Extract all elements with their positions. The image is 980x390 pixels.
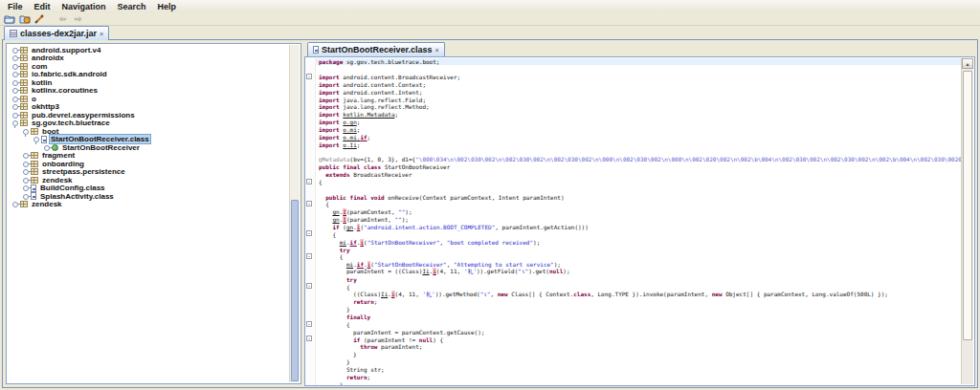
code-token-lnk[interactable]: kotlin.Metadata — [343, 111, 394, 118]
code-token-lnk[interactable]: Ii — [422, 268, 429, 274]
code-token-pl: (paramContext, — [346, 208, 398, 215]
tree-toggle-collapsed-icon[interactable] — [22, 161, 30, 167]
code-line: } — [305, 351, 962, 358]
tree-toggle-collapsed-icon[interactable] — [11, 63, 19, 70]
open-file-button[interactable] — [2, 13, 16, 25]
tree-item-buildconfig-class[interactable]: BuildConfig.class — [8, 184, 289, 193]
tree-toggle-expanded-icon[interactable] — [22, 128, 30, 135]
code-line: return; — [305, 298, 962, 306]
code-token-lnk[interactable]: o.mi — [343, 126, 356, 133]
fold-collapse-icon[interactable]: - — [306, 74, 312, 79]
code-token-pl — [319, 208, 332, 215]
code-token-kw: import — [319, 126, 340, 133]
code-token-kw: import — [319, 74, 340, 80]
back-button[interactable]: ⇦ — [56, 13, 70, 25]
editor-scrollbar-thumb[interactable] — [963, 71, 972, 340]
code-token-lnk[interactable]: o.Ii — [343, 141, 356, 148]
tree-toggle-collapsed-icon[interactable] — [11, 87, 19, 94]
tree-item-zendesk[interactable]: zendesk — [8, 176, 289, 184]
tree-item-android-support-v4[interactable]: android.support.v4 — [8, 46, 289, 54]
code-token-kw: return — [353, 298, 374, 305]
tree-item-androidx[interactable]: androidx — [8, 54, 289, 63]
editor-vertical-scrollbar[interactable]: ▲ — [961, 58, 973, 384]
tree-toggle-collapsed-icon[interactable] — [22, 184, 30, 191]
tree-toggle-collapsed-icon[interactable] — [22, 177, 30, 184]
tree-item-fragment[interactable]: fragment — [8, 152, 289, 161]
tree-toggle-collapsed-icon[interactable] — [11, 112, 19, 119]
code-token-lnk[interactable]: o.mi. — [343, 134, 360, 141]
forward-button[interactable]: ⇨ — [71, 13, 85, 25]
tab-startonbootreceiver-class[interactable]: StartOnBootReceiver.class × — [307, 42, 445, 56]
code-line: paramIntent = ((Class)Ii.i(4, 11, '礼')).… — [305, 269, 962, 276]
fold-gutter — [305, 96, 316, 103]
code-token-pl — [319, 343, 360, 350]
code-editor[interactable]: package sg.gov.tech.bluetrace.boot;-impo… — [304, 56, 975, 386]
menu-navigation[interactable]: Navigation — [56, 2, 112, 11]
code-token-lnk[interactable]: gn — [332, 216, 339, 223]
tree-toggle-collapsed-icon[interactable] — [11, 47, 19, 54]
tree-item-splashactivity-class[interactable]: SplashActivity.class — [8, 192, 289, 201]
tree-vertical-scrollbar[interactable] — [289, 45, 300, 382]
menu-help[interactable]: Help — [152, 2, 183, 11]
code-line: paramIntent = paramContext.getCause(); — [305, 328, 962, 336]
search-button[interactable] — [33, 13, 47, 25]
source-tabstrip: StartOnBootReceiver.class × — [304, 41, 975, 56]
open-type-button[interactable] — [17, 13, 32, 25]
menu-edit[interactable]: Edit — [29, 2, 56, 11]
menubar: FileEditNavigationSearchHelp — [0, 0, 980, 13]
tree-item-onboarding[interactable]: onboarding — [8, 160, 289, 168]
code-token-lnk[interactable]: o.gn — [343, 119, 356, 125]
fold-gutter — [305, 148, 316, 156]
tree-toggle-collapsed-icon[interactable] — [11, 54, 19, 61]
tree-toggle-collapsed-icon[interactable] — [11, 79, 19, 86]
tree-item-kotlinx-coroutines[interactable]: kotlinx.coroutines — [8, 87, 289, 96]
tree-item-startonbootreceiver[interactable]: StartOnBootReceiver — [8, 143, 289, 152]
fold-collapse-icon[interactable]: - — [306, 230, 312, 236]
fold-collapse-icon[interactable]: - — [306, 253, 312, 259]
code-token-lnk[interactable]: gn — [332, 208, 339, 215]
tree-toggle-collapsed-icon[interactable] — [22, 193, 30, 200]
tree-item-sg-gov-tech-bluetrace[interactable]: sg.gov.tech.bluetrace — [8, 119, 289, 128]
tree-scrollbar-thumb[interactable] — [291, 200, 299, 381]
tree-toggle-collapsed-icon[interactable] — [22, 168, 30, 175]
tree-item-pub-devrel-easypermissions[interactable]: pub.devrel.easypermissions — [8, 111, 289, 119]
fold-collapse-icon[interactable]: - — [306, 179, 312, 184]
code-token-pl — [319, 298, 353, 305]
fold-gutter — [305, 111, 316, 119]
menu-file[interactable]: File — [2, 2, 29, 11]
tree-item-startonbootreceiver-class[interactable]: StartOnBootReceiver.class — [8, 136, 289, 144]
fold-collapse-icon[interactable]: - — [306, 321, 312, 327]
tree-toggle-collapsed-icon[interactable] — [11, 103, 19, 110]
tree-item-zendesk[interactable]: zendesk — [8, 201, 289, 209]
menu-search[interactable]: Search — [112, 2, 152, 11]
code-token-lnk[interactable]: mi — [340, 239, 346, 246]
fold-collapse-icon[interactable]: - — [306, 201, 312, 206]
tree-toggle-collapsed-icon[interactable] — [11, 96, 19, 102]
tree-item-o[interactable]: o — [8, 95, 289, 103]
code-line-text: if (gn.i("android.intent.action.BOOT_COM… — [316, 224, 962, 230]
tree-toggle-collapsed-icon[interactable] — [11, 71, 19, 77]
tree-item-okhttp3[interactable]: okhttp3 — [8, 103, 289, 112]
code-token-klnk[interactable]: if — [350, 239, 357, 246]
close-icon[interactable]: × — [435, 47, 439, 54]
tab-classes-dex2jar[interactable]: classes-dex2jar.jar × — [4, 26, 109, 40]
fold-collapse-icon[interactable]: - — [306, 336, 312, 341]
fold-gutter — [305, 216, 316, 224]
tree-toggle-collapsed-icon[interactable] — [22, 152, 30, 159]
tree-toggle-collapsed-icon[interactable] — [43, 144, 51, 151]
code-token-pl: String str; — [319, 366, 385, 373]
code-token-pl: sg.gov.tech.bluetrace.boot; — [343, 58, 439, 65]
tree-item-streetpass-persistence[interactable]: streetpass.persistence — [8, 168, 289, 177]
tree-toggle-expanded-icon[interactable] — [33, 136, 40, 142]
scroll-up-icon[interactable]: ▲ — [962, 58, 973, 69]
tree-item-com[interactable]: com — [8, 62, 289, 71]
close-icon[interactable]: × — [100, 31, 103, 37]
code-line: - { — [305, 230, 962, 238]
tree-toggle-collapsed-icon[interactable] — [11, 201, 19, 207]
tree-item-io-fabric-sdk-android[interactable]: io.fabric.sdk.android — [8, 71, 289, 79]
tree-toggle-expanded-icon[interactable] — [11, 119, 19, 126]
fold-collapse-icon[interactable]: - — [306, 283, 312, 289]
package-icon — [20, 79, 28, 86]
code-token-klnk[interactable]: if — [360, 134, 367, 141]
tree-item-kotlin[interactable]: kotlin — [8, 78, 289, 87]
